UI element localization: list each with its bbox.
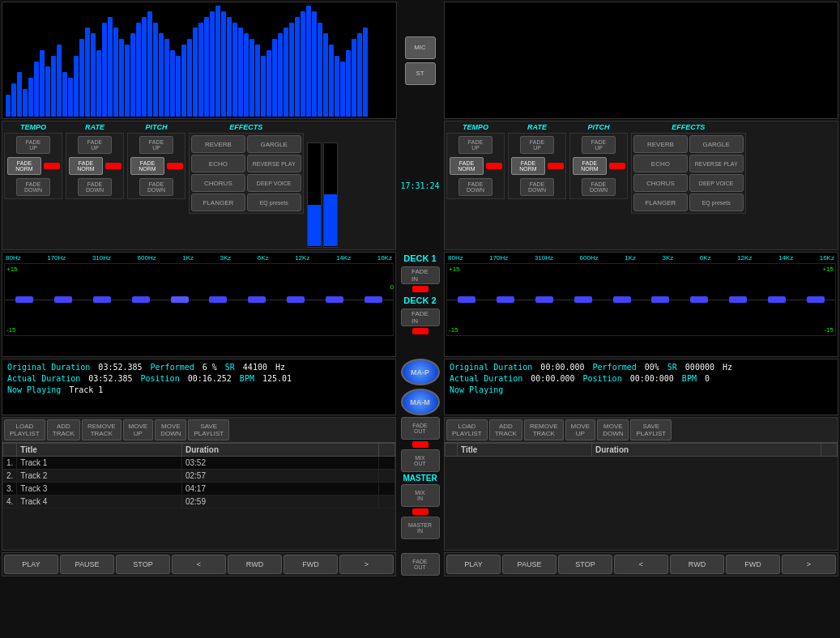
deck2-pause-btn[interactable]: PAUSE — [502, 555, 556, 574]
deck1-track-row-0[interactable]: 1. Track 1 03:52 — [3, 457, 395, 470]
deck1-fade-norm-btn[interactable]: FADENORM — [7, 157, 41, 175]
deck2-flanger-btn[interactable]: FLANGER — [633, 194, 688, 211]
deck1-rwd-btn[interactable]: RWD — [228, 555, 282, 574]
waveform-bar-2 — [17, 72, 22, 117]
deck1-rate-fade-up-btn[interactable]: FADEUP — [78, 136, 112, 154]
deck1-rate-fade-norm-btn[interactable]: FADENORM — [69, 157, 103, 175]
center-fade-in-btn[interactable]: FADEIN — [401, 266, 440, 284]
deck2-effects-label: EFFECTS — [672, 123, 705, 131]
deck1-move-down-btn[interactable]: MOVEDOWN — [155, 419, 186, 440]
waveform-bar-37 — [215, 6, 220, 117]
deck1-save-playlist-btn[interactable]: SAVEPLAYLIST — [188, 419, 229, 440]
deck1-reverb-btn[interactable]: REVERB — [191, 135, 245, 153]
deck2-rate-fade-norm-btn[interactable]: FADENORM — [511, 157, 545, 175]
center-mix-in-btn[interactable]: MIXIN — [401, 484, 440, 507]
deck1-pause-btn[interactable]: PAUSE — [60, 555, 114, 574]
center-mix-out-btn[interactable]: MIXOUT — [401, 449, 440, 472]
deck2-rate-fade-down-btn[interactable]: FADEDOWN — [520, 178, 554, 196]
deck2-add-track-btn[interactable]: ADDTRACK — [489, 419, 522, 440]
top-row: MIC ST — [2, 2, 838, 119]
map-btn[interactable]: MA-P — [401, 359, 440, 385]
deck1-waveform-bars — [2, 2, 396, 118]
deck2-reverse-play-btn[interactable]: REVERSE PLAY — [689, 155, 744, 172]
deck2-fade-down-btn[interactable]: FADEDOWN — [458, 178, 492, 196]
deck2-stop-btn[interactable]: STOP — [558, 555, 612, 574]
deck2-move-down-btn[interactable]: MOVEDOWN — [597, 419, 629, 440]
master-in-indicator — [412, 508, 429, 515]
deck2-move-up-btn[interactable]: MOVEUP — [565, 419, 596, 440]
deck2-rate-fade-up-btn[interactable]: FADEUP — [520, 136, 554, 154]
deck2-fade-norm-btn[interactable]: FADENORM — [450, 157, 484, 175]
waveform-bar-3 — [23, 89, 28, 117]
deck1-add-track-btn[interactable]: ADDTRACK — [47, 419, 80, 440]
deck1-track-row-2[interactable]: 3. Track 3 04:17 — [3, 483, 395, 496]
deck2-reverb-btn[interactable]: REVERB — [633, 135, 688, 153]
deck1-chorus-btn[interactable]: CHORUS — [191, 174, 245, 192]
deck1-prev-btn[interactable]: < — [172, 555, 226, 574]
deck2-eq-grid: +15 +15 -15 -15 — [446, 263, 836, 336]
mam-btn[interactable]: MA-M — [401, 389, 440, 415]
deck2-save-playlist-btn[interactable]: SAVEPLAYLIST — [630, 419, 672, 440]
deck2-eq-presets-btn[interactable]: EQ presets — [689, 194, 744, 211]
waveform-bar-63 — [363, 28, 368, 117]
deck2-prev-btn[interactable]: < — [614, 555, 668, 574]
deck1-track-row-3[interactable]: 4. Track 4 02:59 — [3, 496, 395, 508]
waveform-bar-6 — [40, 50, 45, 117]
deck1-playlist-section: LOADPLAYLIST ADDTRACK REMOVETRACK MOVEUP… — [2, 417, 396, 551]
deck1-flanger-btn[interactable]: FLANGER — [191, 194, 245, 211]
deck1-stop-btn[interactable]: STOP — [116, 555, 170, 574]
deck2-deep-voice-btn[interactable]: DEEP VOICE — [689, 174, 744, 192]
deck2-gargle-btn[interactable]: GARGLE — [689, 135, 744, 153]
center-fade-out-btn[interactable]: FADEOUT — [401, 417, 440, 440]
deck2-rwd-btn[interactable]: RWD — [670, 555, 724, 574]
center-fade-in2-btn[interactable]: FADEIN — [401, 308, 440, 326]
mic-btn[interactable]: MIC — [405, 36, 436, 59]
deck2-chorus-btn[interactable]: CHORUS — [633, 174, 688, 192]
deck2-fade-up-btn[interactable]: FADEUP — [458, 136, 492, 154]
deck2-tempo-indicator — [486, 163, 502, 169]
waveform-bar-23 — [136, 23, 141, 117]
center-final-fade-out-btn[interactable]: FADEOUT — [401, 553, 440, 576]
waveform-bar-41 — [238, 28, 243, 117]
transport-row: PLAY PAUSE STOP < RWD FWD > FADEOUT PLAY… — [2, 552, 838, 576]
waveform-bar-57 — [329, 45, 334, 117]
waveform-bar-26 — [153, 23, 158, 117]
deck2-eq-nodes — [447, 296, 835, 303]
deck2-next-btn[interactable]: > — [782, 555, 836, 574]
deck2-play-btn[interactable]: PLAY — [446, 555, 501, 574]
deck1-track-row-1[interactable]: 2. Track 2 02:57 — [3, 470, 395, 483]
deck2-remove-track-btn[interactable]: REMOVETRACK — [524, 419, 564, 440]
deck1-play-btn[interactable]: PLAY — [4, 555, 58, 574]
deck1-load-playlist-btn[interactable]: LOADPLAYLIST — [4, 419, 45, 440]
deck1-fwd-btn[interactable]: FWD — [284, 555, 338, 574]
deck1-reverse-play-btn[interactable]: REVERSE PLAY — [247, 155, 301, 172]
deck1-next-btn[interactable]: > — [339, 555, 394, 574]
st-btn[interactable]: ST — [405, 62, 436, 85]
deck1-gargle-btn[interactable]: GARGLE — [247, 135, 301, 153]
deck2-controls: TEMPO FADEUP FADENORM FADEDOWN RATE FADE… — [444, 121, 838, 250]
waveform-bar-55 — [318, 23, 322, 117]
deck2-echo-btn[interactable]: ECHO — [633, 155, 688, 172]
waveform-bar-52 — [301, 11, 305, 117]
deck2-pitch-fade-norm-btn[interactable]: FADENORM — [573, 157, 607, 175]
deck1-tempo-label: TEMPO — [20, 123, 46, 131]
deck2-pitch-fade-down-btn[interactable]: FADEDOWN — [582, 178, 616, 196]
deck1-fade-down-btn[interactable]: FADEDOWN — [16, 178, 50, 196]
deck1-remove-track-btn[interactable]: REMOVETRACK — [82, 419, 122, 440]
deck1-rate-fade-down-btn[interactable]: FADEDOWN — [78, 178, 112, 196]
deck1-deep-voice-btn[interactable]: DEEP VOICE — [247, 174, 301, 192]
deck2-load-playlist-btn[interactable]: LOADPLAYLIST — [446, 419, 488, 440]
waveform-bar-38 — [221, 11, 226, 117]
deck2-rate-indicator — [548, 163, 564, 169]
waveform-bar-46 — [266, 50, 271, 117]
deck1-pitch-fade-up-btn[interactable]: FADEUP — [139, 136, 173, 154]
deck1-pitch-fade-norm-btn[interactable]: FADENORM — [130, 157, 164, 175]
deck1-eq-presets-btn[interactable]: EQ presets — [247, 194, 301, 211]
deck2-pitch-fade-up-btn[interactable]: FADEUP — [582, 136, 616, 154]
time-display: 17:31:24 — [400, 181, 439, 190]
deck1-echo-btn[interactable]: ECHO — [191, 155, 245, 172]
deck1-move-up-btn[interactable]: MOVEUP — [123, 419, 154, 440]
deck1-fade-up-btn[interactable]: FADEUP — [16, 136, 50, 154]
deck2-fwd-btn[interactable]: FWD — [726, 555, 780, 574]
deck1-pitch-fade-down-btn[interactable]: FADEDOWN — [139, 178, 173, 196]
